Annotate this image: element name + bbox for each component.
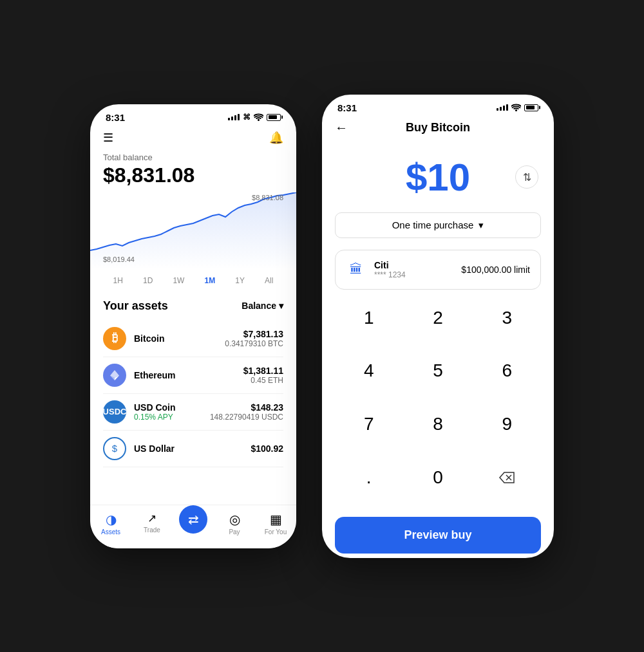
nav-trade[interactable]: ↗ Trade — [137, 512, 167, 536]
bitcoin-icon: ₿ — [103, 327, 126, 350]
asset-row-usdollar[interactable]: $ US Dollar $100.92 — [103, 431, 283, 467]
sort-chevron-icon: ▾ — [279, 301, 283, 311]
amount-value: $10 — [406, 155, 470, 200]
left-phone-content: ☰ 🔔 Total balance $8,831.08 $8,831.08 $8… — [90, 126, 296, 467]
asset-name-ethereum: Ethereum — [134, 370, 243, 380]
numpad-2[interactable]: 2 — [404, 297, 471, 339]
asset-row-ethereum[interactable]: Ethereum $1,381.11 0.45 ETH — [103, 357, 283, 394]
balance-sort-button[interactable]: Balance ▾ — [242, 301, 283, 311]
right-phone: 8:31 ← Buy Bitcoin $10 ⇅ — [322, 95, 554, 558]
pay-nav-label: Pay — [229, 528, 240, 536]
usdc-apy: 0.15% APY — [134, 413, 210, 422]
status-time-left: 8:31 — [106, 112, 125, 123]
numpad-8[interactable]: 8 — [404, 404, 471, 445]
nav-foryou[interactable]: ▦ For You — [260, 512, 291, 536]
numpad-6[interactable]: 6 — [473, 350, 541, 391]
card-name: Citi — [374, 260, 453, 270]
backspace-icon — [498, 470, 516, 485]
bitcoin-usd: $7,381.13 — [225, 329, 283, 339]
asset-row-usdcoin[interactable]: USDC USD Coin 0.15% APY $148.23 148.2279… — [103, 394, 283, 431]
numpad-0[interactable]: 0 — [404, 457, 471, 498]
filter-1h[interactable]: 1H — [111, 275, 126, 286]
card-number: **** 1234 — [374, 270, 453, 279]
balance-amount: $8,831.08 — [103, 163, 283, 187]
filter-1d[interactable]: 1D — [140, 275, 155, 286]
asset-info-usdcoin: USD Coin 0.15% APY — [134, 402, 210, 422]
asset-values-usdollar: $100.92 — [251, 443, 283, 454]
portfolio-chart: $8,831.08 $8,019.44 — [90, 192, 296, 270]
numpad-7[interactable]: 7 — [335, 404, 402, 445]
status-icons-right — [497, 104, 538, 111]
asset-row-bitcoin[interactable]: ₿ Bitcoin $7,381.13 0.34179310 BTC — [103, 321, 283, 357]
wifi-icon-right — [511, 104, 521, 111]
card-info: Citi **** 1234 — [374, 260, 453, 279]
status-bar-left: 8:31 ⌘︎ — [90, 104, 296, 126]
convert-button[interactable]: ⇅ — [515, 165, 538, 189]
convert-icon: ⇅ — [523, 171, 531, 183]
assets-title: Your assets — [103, 299, 168, 313]
amount-display: $10 ⇅ — [322, 142, 554, 206]
numpad-3[interactable]: 3 — [473, 297, 541, 339]
top-nav-left: ☰ 🔔 — [103, 126, 283, 153]
usdcoin-amount: 148.22790419 USDC — [210, 413, 283, 422]
battery-icon-right — [524, 104, 538, 111]
usdcoin-usd: $148.23 — [210, 402, 283, 413]
foryou-nav-label: For You — [265, 528, 287, 536]
asset-info-ethereum: Ethereum — [134, 370, 243, 380]
wifi-icon-svg — [254, 113, 263, 121]
numpad-4[interactable]: 4 — [335, 350, 402, 391]
filter-1w[interactable]: 1W — [170, 275, 187, 286]
filter-all[interactable]: All — [262, 275, 276, 286]
purchase-type-chevron-icon: ▾ — [478, 219, 484, 231]
card-limit: $100,000.00 limit — [461, 265, 530, 275]
asset-values-ethereum: $1,381.11 0.45 ETH — [243, 366, 283, 385]
back-button[interactable]: ← — [335, 120, 348, 135]
assets-header: Your assets Balance ▾ — [103, 299, 283, 313]
ethereum-amount: 0.45 ETH — [243, 376, 283, 385]
numpad-5[interactable]: 5 — [404, 350, 471, 391]
asset-name-usdollar: US Dollar — [134, 443, 251, 454]
asset-values-usdcoin: $148.23 148.22790419 USDC — [210, 402, 283, 422]
trade-nav-label: Trade — [144, 526, 160, 534]
asset-info-usdollar: US Dollar — [134, 443, 251, 454]
bell-icon[interactable]: 🔔 — [269, 131, 283, 145]
numpad-1[interactable]: 1 — [335, 297, 402, 339]
asset-info-bitcoin: Bitcoin — [134, 333, 225, 344]
nav-assets[interactable]: ◑ Assets — [95, 512, 126, 536]
bottom-nav: ◑ Assets ↗ Trade ⇄ ◎ Pay ▦ For You — [90, 505, 296, 548]
payment-card[interactable]: 🏛 Citi **** 1234 $100,000.00 limit — [335, 250, 541, 290]
preview-buy-button[interactable]: Preview buy — [335, 517, 541, 554]
top-nav-right: ← Buy Bitcoin — [322, 116, 554, 142]
asset-name-usdcoin: USD Coin — [134, 402, 210, 413]
usdollar-icon: $ — [103, 437, 126, 460]
purchase-type-button[interactable]: One time purchase ▾ — [335, 212, 541, 238]
left-phone: 8:31 ⌘︎ ☰ 🔔 Total balance $8,831.08 — [90, 104, 296, 548]
assets-nav-label: Assets — [101, 528, 120, 536]
nav-pay-center[interactable]: ⇄ — [178, 512, 209, 536]
pay-nav-icon: ◎ — [229, 512, 240, 527]
status-icons-left: ⌘︎ — [228, 113, 281, 122]
numpad: 1 2 3 4 5 6 7 8 9 . 0 — [322, 295, 554, 512]
center-swap-button[interactable]: ⇄ — [179, 505, 207, 534]
trade-nav-icon: ↗ — [147, 512, 156, 525]
ethereum-icon — [103, 364, 126, 387]
numpad-dot[interactable]: . — [335, 457, 402, 498]
ethereum-usd: $1,381.11 — [243, 366, 283, 376]
status-time-right: 8:31 — [337, 102, 357, 113]
signal-icon-right — [497, 104, 508, 111]
right-phone-content: ← Buy Bitcoin $10 ⇅ One time purchase ▾ … — [322, 116, 554, 558]
bitcoin-amount: 0.34179310 BTC — [225, 339, 283, 348]
purchase-type-label: One time purchase — [392, 219, 474, 230]
bank-icon: 🏛 — [346, 259, 366, 280]
numpad-backspace[interactable] — [473, 457, 541, 498]
filter-1y[interactable]: 1Y — [232, 275, 247, 286]
usdollar-usd: $100.92 — [251, 443, 283, 454]
time-filters: 1H 1D 1W 1M 1Y All — [103, 270, 283, 292]
nav-pay[interactable]: ◎ Pay — [219, 512, 250, 536]
hamburger-menu-icon[interactable]: ☰ — [103, 131, 113, 145]
status-bar-right: 8:31 — [322, 95, 554, 116]
numpad-9[interactable]: 9 — [473, 404, 541, 445]
page-title: Buy Bitcoin — [406, 121, 470, 135]
filter-1m[interactable]: 1M — [202, 275, 218, 286]
foryou-nav-icon: ▦ — [270, 512, 282, 527]
